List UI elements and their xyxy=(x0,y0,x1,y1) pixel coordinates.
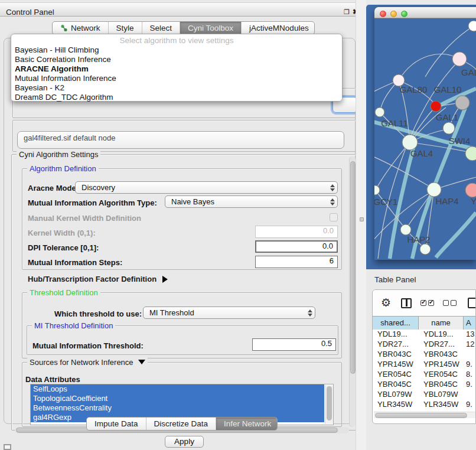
dropdown-item[interactable]: Mutual Information Inference xyxy=(11,74,342,83)
column-header[interactable]: A xyxy=(464,317,476,330)
list-scrollbar[interactable] xyxy=(325,385,333,424)
dpi-tolerance-input[interactable]: 0.0 xyxy=(255,240,338,253)
tab-infer-network[interactable]: Infer Network xyxy=(216,418,278,430)
mi-threshold-input[interactable]: 0.5 xyxy=(252,338,336,351)
network-node[interactable] xyxy=(374,185,380,195)
table-row[interactable]: YDR27...YDR27...12 xyxy=(373,339,476,349)
network-node[interactable] xyxy=(431,101,441,112)
tab-jactivemnodules[interactable]: jActiveMNodules xyxy=(242,22,315,34)
network-node[interactable] xyxy=(465,146,476,161)
manual-kernel-checkbox[interactable] xyxy=(330,213,338,221)
network-edge[interactable] xyxy=(436,213,476,257)
table-horizontal-scrollbar[interactable] xyxy=(374,412,475,418)
attribute-item[interactable]: TopologicalCoefficient xyxy=(31,394,324,403)
column-header[interactable]: shared... xyxy=(373,317,419,330)
sources-title[interactable]: Sources for Network Inference xyxy=(27,358,148,367)
table-row[interactable]: YBR045CYBR045C9. xyxy=(373,379,476,389)
gear-icon[interactable]: ⚙ xyxy=(381,297,391,309)
combo-updown-icon xyxy=(330,184,335,191)
attribute-item[interactable]: SelfLoops xyxy=(31,384,324,394)
network-edge[interactable] xyxy=(399,54,459,80)
control-panel-tabs: NetworkStyleSelectCyni ToolboxjActiveMNo… xyxy=(52,21,315,35)
panel-title: Control Panel xyxy=(6,8,54,17)
tab-discretize-data[interactable]: Discretize Data xyxy=(146,418,217,430)
dropdown-item[interactable]: Basic Correlation Inference xyxy=(11,55,342,64)
which-threshold-label: Which threshold to use: xyxy=(54,309,142,318)
settings-vertical-scrollbar[interactable] xyxy=(349,156,356,427)
panel-splitter[interactable] xyxy=(356,0,366,450)
network-node[interactable] xyxy=(468,21,476,31)
table-row[interactable]: YBL079WYBL079W xyxy=(373,389,476,399)
attribute-item[interactable]: BetweennessCentrality xyxy=(31,403,324,413)
dropdown-item[interactable]: ARACNE Algorithm xyxy=(11,64,342,74)
combo-updown-icon xyxy=(307,309,312,317)
tab-label: Network xyxy=(71,24,100,32)
network-node[interactable] xyxy=(452,52,467,66)
tab-select[interactable]: Select xyxy=(142,22,181,34)
table-row[interactable]: YLR345WYLR345W9. xyxy=(373,399,476,409)
network-node[interactable] xyxy=(375,107,384,117)
apply-button[interactable]: Apply xyxy=(165,436,204,448)
tab-network[interactable]: Network xyxy=(53,22,109,34)
table-rows: YDL19...YDL19...13YDR27...YDR27...12YBR0… xyxy=(373,329,476,412)
tab-label: Impute Data xyxy=(94,419,138,428)
network-node[interactable] xyxy=(420,244,431,255)
dropdown-item[interactable]: Bayesian - Hill Climbing xyxy=(11,45,342,55)
node-label: GAL10 xyxy=(434,84,462,94)
table-row[interactable]: YDL19...YDL19...13 xyxy=(373,329,476,339)
network-node[interactable] xyxy=(427,182,441,197)
tab-label: jActiveMNodules xyxy=(249,24,309,32)
zoom-window-icon[interactable] xyxy=(401,11,407,17)
float-window-icon[interactable]: ❐ xyxy=(343,8,350,15)
unchecked-checkbox-icon xyxy=(451,300,457,306)
tab-label: Select xyxy=(150,24,172,32)
table-cell: YPR145W xyxy=(373,359,419,369)
new-table-icon[interactable] xyxy=(468,298,476,308)
tab-style[interactable]: Style xyxy=(109,22,142,34)
mi-type-combobox[interactable]: Naive Bayes xyxy=(165,195,338,208)
deselect-all-icon[interactable] xyxy=(443,300,457,306)
close-window-icon[interactable] xyxy=(380,11,386,17)
table-row[interactable]: YPR145WYPR145W9. xyxy=(373,359,476,369)
collapse-down-icon xyxy=(138,360,145,364)
select-all-icon[interactable] xyxy=(420,300,434,306)
table-cell: YPR145W xyxy=(419,359,464,369)
tab-cyni-toolbox[interactable]: Cyni Toolbox xyxy=(180,22,242,34)
table-row[interactable]: YER054CYER054C8. xyxy=(373,369,476,379)
column-header[interactable]: name xyxy=(419,317,464,330)
table-cell: YER054C xyxy=(373,369,419,379)
network-node[interactable] xyxy=(400,224,411,235)
table-cell xyxy=(464,349,476,359)
network-canvas[interactable]: GALGAL80GAL11GAL10GAL1GAL4SWI4HAP4YHAP2G… xyxy=(374,18,476,265)
scrollbar-thumb[interactable] xyxy=(375,413,467,418)
manual-kernel-label: Manual Kernel Width Definition xyxy=(28,214,141,223)
scrollbar-thumb[interactable] xyxy=(327,386,332,420)
table-cell: YBR045C xyxy=(419,379,464,389)
network-table-value: gal4filtered.sif default node xyxy=(24,133,115,142)
aracne-mode-combobox[interactable]: Discovery xyxy=(75,181,338,194)
network-node[interactable] xyxy=(455,96,470,110)
hub-definition-expander[interactable]: Hub/Transcription Factor Definition xyxy=(28,275,168,283)
mi-threshold-definition-title: MI Threshold Definition xyxy=(32,321,115,330)
tab-impute-data[interactable]: Impute Data xyxy=(87,418,146,430)
network-table-combobox[interactable]: gal4filtered.sif default node xyxy=(17,131,344,149)
mi-type-label: Mutual Information Algorithm Type: xyxy=(28,198,157,207)
kernel-width-input[interactable]: 0.0 xyxy=(255,226,338,238)
splitter-handle-icon[interactable] xyxy=(360,217,364,221)
minimize-window-icon[interactable] xyxy=(390,11,397,17)
dropdown-item[interactable]: Bayesian - K2 xyxy=(11,83,342,93)
node-label: SWI4 xyxy=(449,136,471,146)
mi-steps-input[interactable]: 6 xyxy=(255,256,338,268)
which-threshold-combobox[interactable]: MI Threshold xyxy=(143,306,315,319)
collapsed-panel-icon[interactable] xyxy=(4,444,11,450)
scrollbar-thumb[interactable] xyxy=(350,161,356,374)
network-node[interactable] xyxy=(465,183,476,197)
split-columns-icon[interactable] xyxy=(401,298,412,308)
kernel-width-label: Kernel Width (0,1): xyxy=(28,229,96,237)
dropdown-item[interactable]: Dream8 DC_TDC Algorithm xyxy=(11,93,342,102)
network-window-titlebar[interactable] xyxy=(374,7,476,18)
network-node[interactable] xyxy=(443,122,455,134)
table-panel-title: Table Panel xyxy=(374,275,416,284)
table-row[interactable]: YBR043CYBR043C xyxy=(373,349,476,359)
table-cell: YBR043C xyxy=(373,349,419,359)
